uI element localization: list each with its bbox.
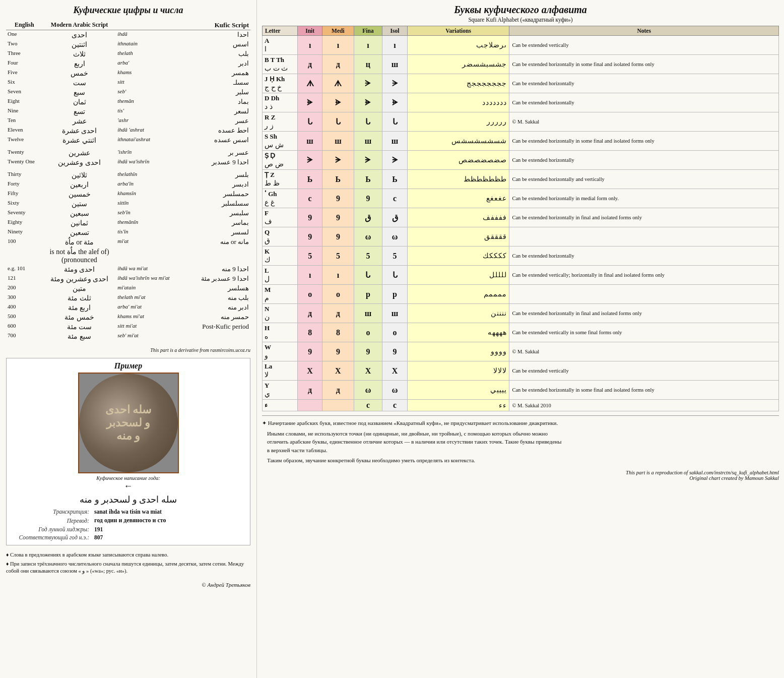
letter-main: ʿ Gh xyxy=(265,190,277,198)
number-kufic: مانه or منه xyxy=(177,237,251,247)
letter-cell: Lل xyxy=(263,266,298,285)
number-english: Six xyxy=(6,78,43,88)
eg-arabic: احدى ومئة xyxy=(43,265,116,274)
number-row: 700 سبع مئة seb' mi'at xyxy=(6,332,250,341)
init-cell: X xyxy=(298,361,322,381)
letter-cell: J Ḥ Khخ ح ج xyxy=(263,74,298,93)
number-arabic: متين xyxy=(43,284,116,293)
var-cell: ددددددد xyxy=(407,93,509,112)
medi-cell: 9 xyxy=(322,227,354,246)
number-english: Five xyxy=(6,69,43,78)
letter-cell: Qق xyxy=(263,227,298,246)
coin-inscription: سله احدی و لسحدبر و منه xyxy=(101,399,156,447)
number-kufic: سسلسلبر xyxy=(177,199,251,209)
eg101-row: e.g. 101 احدى ومئة ihdā wa mi'at احدا 9 … xyxy=(6,265,250,274)
letter-cell: Mم xyxy=(263,285,298,304)
notes-cell: Can be extended horizontally in final an… xyxy=(509,304,779,323)
isol-cell: ᒐ xyxy=(382,266,407,285)
number-arabic: سبع مئة xyxy=(43,332,116,341)
letter-arabic: ي xyxy=(265,390,295,398)
letter-arabic: ك xyxy=(265,256,295,264)
isol-cell: р xyxy=(382,285,407,304)
fina-cell: ق xyxy=(354,208,382,227)
number-kufic: احدا xyxy=(177,30,251,40)
transcription-label: Транскрипция: xyxy=(11,508,91,515)
number-translit: ihdā wa'ishrīn xyxy=(116,158,177,167)
number-english: 300 xyxy=(6,293,43,303)
letter-cell: R Zز ر xyxy=(263,112,298,132)
number-arabic: سبع xyxy=(43,88,116,97)
number-row: Seventy سبعين seb'īn سلبسر xyxy=(6,209,250,218)
alpha-row: Yي д д ω ω ييييي Can be extended horizon… xyxy=(263,381,779,400)
number-english: Eighty xyxy=(6,218,43,228)
notes-cell: Can be extended horizontally xyxy=(509,93,779,112)
letter-main: W xyxy=(265,343,271,351)
right-title: Буквы куфического алфавита xyxy=(262,4,779,16)
notes-cell: Can be extended vertically xyxy=(509,361,779,381)
number-translit: seb'īn xyxy=(116,209,177,218)
number-translit: tis' xyxy=(116,107,177,116)
number-row: Fifty خمسين khamsīn حمسلسر xyxy=(6,190,250,199)
letter-main: Y xyxy=(265,382,269,389)
translation-value: год один и девяносто и сто xyxy=(92,516,246,525)
medi-cell: ı xyxy=(322,36,354,55)
fina-cell: о xyxy=(354,323,382,342)
number-row: Ten عشر 'ashr عسر xyxy=(6,116,250,126)
number-arabic: ثمانين xyxy=(43,218,116,228)
var-cell: ننننن xyxy=(407,304,509,323)
number-kufic: بماسر xyxy=(177,218,251,228)
number-row: Nine تسع tis' لسعر xyxy=(6,107,250,116)
var-cell: جججججججج xyxy=(407,74,509,93)
lunar-value: 191 xyxy=(92,526,246,533)
isol-cell: Ь xyxy=(382,170,407,189)
number-kufic: ادبر منه xyxy=(177,303,251,313)
isol-cell: ق xyxy=(382,208,407,227)
var-cell: عغعغع xyxy=(407,189,509,208)
fina-cell: ᗔ xyxy=(354,151,382,170)
letter-main: Ṭ Z xyxy=(265,171,275,178)
notes-cell: Can be extended horizontally in some fin… xyxy=(509,381,779,400)
fina-cell: ш xyxy=(354,304,382,323)
letter-cell: Aا xyxy=(263,36,298,55)
number-kufic: احدا 9 عسدبر xyxy=(177,158,251,167)
notes-cell: Can be extended horizontally in some fin… xyxy=(509,55,779,74)
number-row: Eleven احدى عشرة ihdā 'ashrat احط عسده xyxy=(6,126,250,136)
number-arabic: عشرين xyxy=(43,148,116,158)
letter-cell: S Shش س xyxy=(263,132,298,151)
th-fina: Fina xyxy=(354,26,382,36)
letter-arabic: ل xyxy=(265,275,295,283)
letter-cell: Kك xyxy=(263,246,298,266)
left-panel: Куфические цифры и числа English Modern … xyxy=(0,0,257,678)
fina-cell: с xyxy=(354,400,382,411)
number-english: Seventy xyxy=(6,209,43,218)
medi-cell: ı xyxy=(322,266,354,285)
number-arabic: خمس مئة xyxy=(43,313,116,322)
letter-cell: Yي xyxy=(263,381,298,400)
number-row: (the alef of ماٌة is not pronounced) xyxy=(6,247,250,265)
notes-cell: Can be extended horizontally in some fin… xyxy=(509,132,779,151)
right-panel: Буквы куфического алфавита Square Kufi A… xyxy=(257,0,784,678)
init-cell: ᗓ xyxy=(298,93,322,112)
init-cell: ш xyxy=(298,132,322,151)
isol-cell: 9 xyxy=(382,342,407,361)
col-header-arabic: Modern Arabic Script xyxy=(43,21,116,30)
number-translit: seb' mi'at xyxy=(116,332,177,341)
fina-cell: ᗓ xyxy=(354,93,382,112)
letter-cell: Wو xyxy=(263,342,298,361)
letter-arabic: خ ح ج xyxy=(265,83,295,92)
medi-cell: X xyxy=(322,361,354,381)
alpha-row: S Shش س ш ш ш ш شسشسشسشس Can be extended… xyxy=(263,132,779,151)
medi-cell: о xyxy=(322,285,354,304)
alpha-table: Letter Init Medi Fina Isol Variations No… xyxy=(262,26,779,411)
number-arabic: اربع مئة xyxy=(43,303,116,313)
fina-cell: X xyxy=(354,361,382,381)
letter-main: B T Th xyxy=(265,56,284,64)
medi-cell: 9 xyxy=(322,208,354,227)
var-cell: ممممم xyxy=(407,285,509,304)
fina-cell: ω xyxy=(354,381,382,400)
example-section: Пример سله احدی و لسحدبر و منه Куфическо… xyxy=(6,358,250,545)
number-row: Eight ثمان themān بماد xyxy=(6,97,250,107)
medi-cell xyxy=(322,400,354,411)
number-english: Two xyxy=(6,40,43,49)
number-kufic: احدا 9 عسدبر مئة xyxy=(177,274,251,284)
